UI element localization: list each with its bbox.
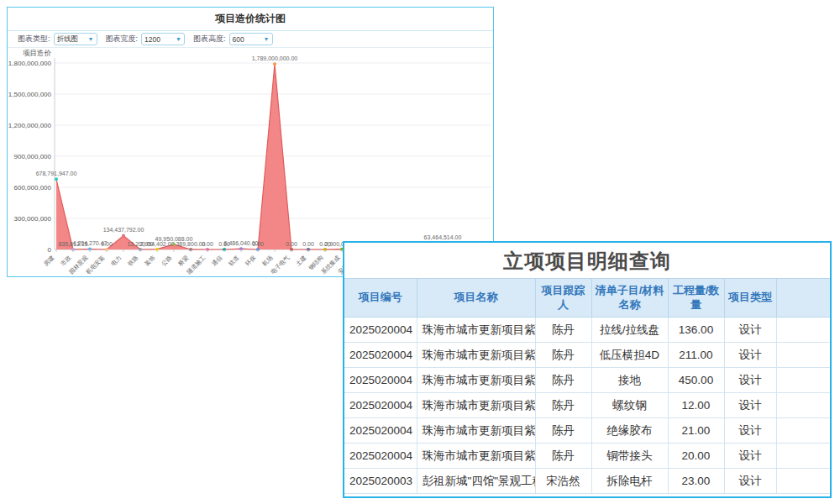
project-number-link[interactable]: 2025020003 xyxy=(344,469,417,494)
table-row: 2025020004珠海市城市更新项目紫桐陈丹铜带接头20.00设计 xyxy=(344,444,830,469)
type-cell: 设计 xyxy=(724,393,776,418)
svg-text:1,200,000,000: 1,200,000,000 xyxy=(8,122,52,129)
tracker-cell: 陈丹 xyxy=(535,318,591,343)
tracker-cell: 陈丹 xyxy=(535,418,591,444)
svg-text:1,500,000,000: 1,500,000,000 xyxy=(8,91,52,98)
column-header: 项目跟踪人 xyxy=(535,279,591,318)
svg-text:134,437,792.00: 134,437,792.00 xyxy=(103,227,144,233)
quantity-cell: 23.00 xyxy=(668,469,724,494)
svg-text:678,791,947.00: 678,791,947.00 xyxy=(36,171,77,176)
svg-text:0.00: 0.00 xyxy=(286,241,297,247)
row-spacer xyxy=(776,368,830,393)
chart-type-select[interactable]: 折线图 ▼ xyxy=(54,33,97,45)
svg-text:600,000,000: 600,000,000 xyxy=(14,184,52,192)
row-spacer xyxy=(776,444,830,469)
table-row: 2025020004珠海市城市更新项目紫桐陈丹螺纹钢12.00设计 xyxy=(344,393,830,418)
tracker-cell: 宋浩然 xyxy=(535,469,591,494)
table-row: 2025020004珠海市城市更新项目紫桐陈丹拉线/拉线盘136.00设计 xyxy=(344,318,830,343)
project-number-link[interactable]: 2025020004 xyxy=(344,444,417,469)
quantity-cell: 136.00 xyxy=(668,318,724,343)
svg-text:电力: 电力 xyxy=(110,255,123,267)
project-number-link[interactable]: 2025020004 xyxy=(344,418,417,444)
quantity-cell: 450.00 xyxy=(668,368,724,393)
svg-text:电子电气: 电子电气 xyxy=(270,255,291,276)
svg-text:机场: 机场 xyxy=(261,255,275,268)
project-number-link[interactable]: 2025020004 xyxy=(344,343,417,368)
svg-text:市政: 市政 xyxy=(59,254,72,267)
svg-text:机电安装: 机电安装 xyxy=(85,255,106,276)
project-number-link[interactable]: 2025020004 xyxy=(344,393,417,418)
chart-controls: 图表类型: 折线图 ▼ 图表宽度: 1200 ▼ 图表高度: 600 ▼ xyxy=(8,31,493,48)
svg-text:轨道: 轨道 xyxy=(227,255,240,268)
chart-height-select[interactable]: 600 ▼ xyxy=(229,33,273,45)
svg-text:0.00: 0.00 xyxy=(252,241,264,247)
svg-text:项目造价: 项目造价 xyxy=(23,49,52,57)
type-cell: 设计 xyxy=(724,343,776,368)
svg-text:铁路: 铁路 xyxy=(126,255,139,268)
detail-query-window: 立项项目明细查询 项目编号项目名称项目跟踪人清单子目/材料名称工程量/数量项目类… xyxy=(343,241,832,498)
column-header: 工程量/数量 xyxy=(668,279,724,318)
type-cell: 设计 xyxy=(724,418,776,444)
svg-text:0.00: 0.00 xyxy=(302,241,314,247)
project-name-link[interactable]: 珠海市城市更新项目紫桐 xyxy=(417,393,535,418)
material-cell: 低压横担4D xyxy=(591,343,668,368)
tracker-cell: 陈丹 xyxy=(535,393,591,418)
chart-type-label: 图表类型: xyxy=(18,34,50,45)
chart-width-value: 1200 xyxy=(144,35,160,44)
project-number-link[interactable]: 2025020004 xyxy=(344,368,417,393)
table-row: 2025020004珠海市城市更新项目紫桐陈丹低压横担4D211.00设计 xyxy=(344,343,830,368)
chart-window: 项目造价统计图 图表类型: 折线图 ▼ 图表宽度: 1200 ▼ 图表高度: 6… xyxy=(7,7,494,277)
row-spacer xyxy=(776,418,830,444)
query-window-title: 立项项目明细查询 xyxy=(344,243,830,278)
chart-height-group: 图表高度: 600 ▼ xyxy=(193,33,273,45)
column-header: 清单子目/材料名称 xyxy=(591,279,668,318)
chart-width-group: 图表宽度: 1200 ▼ xyxy=(106,33,186,45)
table-row: 2025020004珠海市城市更新项目紫桐陈丹绝缘胶布21.00设计 xyxy=(344,418,830,444)
project-name-link[interactable]: 彭祖新城"四馆"景观工程 xyxy=(417,469,535,494)
project-name-link[interactable]: 珠海市城市更新项目紫桐 xyxy=(417,418,535,444)
svg-text:隧道施工: 隧道施工 xyxy=(186,255,207,276)
tracker-cell: 陈丹 xyxy=(535,343,591,368)
svg-text:900,000,000: 900,000,000 xyxy=(14,153,52,160)
row-spacer xyxy=(776,469,830,494)
type-cell: 设计 xyxy=(724,318,776,343)
tracker-cell: 陈丹 xyxy=(535,368,591,393)
material-cell: 拉线/拉线盘 xyxy=(591,318,668,343)
table-header-row: 项目编号项目名称项目跟踪人清单子目/材料名称工程量/数量项目类型 xyxy=(344,279,830,318)
type-cell: 设计 xyxy=(724,368,776,393)
row-spacer xyxy=(776,393,830,418)
material-cell: 拆除电杆 xyxy=(591,469,668,494)
svg-text:0.00: 0.00 xyxy=(202,241,213,247)
column-header: 项目名称 xyxy=(417,279,535,318)
column-header: 项目类型 xyxy=(724,279,776,318)
material-cell: 螺纹钢 xyxy=(591,393,668,418)
type-cell: 设计 xyxy=(724,444,776,469)
material-cell: 接地 xyxy=(591,368,668,393)
quantity-cell: 211.00 xyxy=(668,343,724,368)
table-row: 2025020003彭祖新城"四馆"景观工程宋浩然拆除电杆23.00设计 xyxy=(344,469,830,494)
project-name-link[interactable]: 珠海市城市更新项目紫桐 xyxy=(417,368,535,393)
material-cell: 铜带接头 xyxy=(591,444,668,469)
chart-height-value: 600 xyxy=(233,35,244,44)
project-name-link[interactable]: 珠海市城市更新项目紫桐 xyxy=(417,343,535,368)
chart-width-select[interactable]: 1200 ▼ xyxy=(141,33,185,45)
header-spacer xyxy=(776,279,830,318)
type-cell: 设计 xyxy=(724,469,776,494)
chart-height-label: 图表高度: xyxy=(193,34,226,45)
chevron-down-icon: ▼ xyxy=(88,36,94,42)
svg-text:0.00: 0.00 xyxy=(101,241,113,247)
row-spacer xyxy=(776,318,830,343)
svg-text:装饰: 装饰 xyxy=(144,255,156,267)
svg-text:63,464,514.00: 63,464,514.00 xyxy=(424,234,462,240)
quantity-cell: 12.00 xyxy=(668,393,724,418)
quantity-cell: 20.00 xyxy=(668,444,724,469)
chevron-down-icon: ▼ xyxy=(264,36,270,42)
table-row: 2025020004珠海市城市更新项目紫桐陈丹接地450.00设计 xyxy=(344,368,830,393)
svg-text:1,789,000,000.00: 1,789,000,000.00 xyxy=(252,55,298,61)
material-cell: 绝缘胶布 xyxy=(591,418,668,444)
project-name-link[interactable]: 珠海市城市更新项目紫桐 xyxy=(417,318,535,343)
svg-text:公路: 公路 xyxy=(160,255,174,268)
project-number-link[interactable]: 2025020004 xyxy=(344,318,417,343)
project-name-link[interactable]: 珠海市城市更新项目紫桐 xyxy=(417,444,535,469)
quantity-cell: 21.00 xyxy=(668,418,724,444)
